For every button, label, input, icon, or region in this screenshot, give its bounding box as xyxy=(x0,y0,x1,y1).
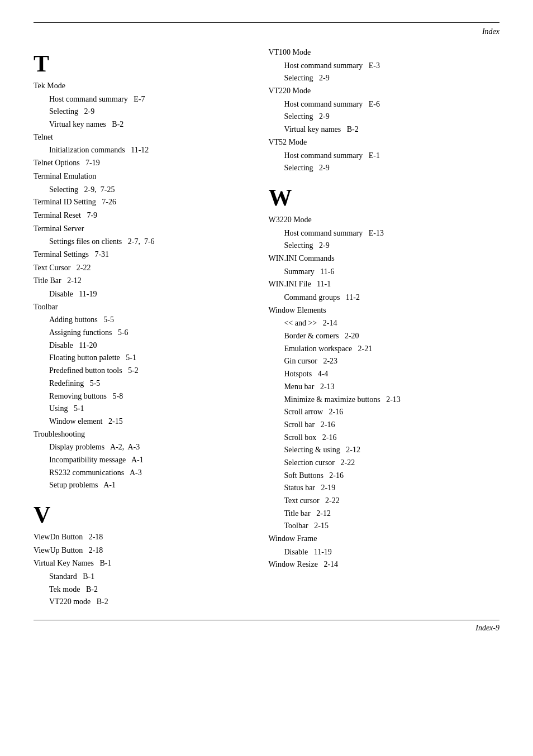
list-item: Initialization commands 11-12 xyxy=(34,144,246,156)
list-item: Text Cursor 2-22 xyxy=(34,262,246,274)
list-item: Telnet xyxy=(34,131,246,143)
list-item: Virtual key names B-2 xyxy=(268,123,499,136)
list-item: RS232 communications A-3 xyxy=(34,467,246,479)
list-item: Emulation workspace 2-21 xyxy=(268,343,499,355)
list-item: Selection cursor 2-22 xyxy=(268,457,499,469)
list-item: Adding buttons 5-5 xyxy=(34,314,246,326)
right-column: VT100 Mode Host command summary E-3 Sele… xyxy=(263,46,499,609)
list-item: Assigning functions 5-6 xyxy=(34,327,246,339)
list-item: Disable 11-19 xyxy=(34,288,246,300)
list-item: VT220 Mode xyxy=(268,85,499,97)
list-item: Terminal Reset 7-9 xyxy=(34,209,246,222)
list-item: Scroll arrow 2-16 xyxy=(268,406,499,418)
list-item: Settings files on clients 2-7, 7-6 xyxy=(34,236,246,248)
list-item: Soft Buttons 2-16 xyxy=(268,470,499,482)
list-item: Menu bar 2-13 xyxy=(268,381,499,393)
list-item: Text cursor 2-22 xyxy=(268,495,499,507)
list-item: Telnet Options 7-19 xyxy=(34,157,246,169)
list-item: ViewUp Button 2-18 xyxy=(34,544,246,557)
list-item: Title Bar 2-12 xyxy=(34,275,246,287)
list-item: Disable 11-20 xyxy=(34,339,246,352)
list-item: Window element 2-15 xyxy=(34,415,246,428)
list-item: Gin cursor 2-23 xyxy=(268,355,499,367)
left-column: T Tek Mode Host command summary E-7 Sele… xyxy=(34,46,263,609)
list-item: WIN.INI File 11-1 xyxy=(268,278,499,290)
list-item: Host command summary E-3 xyxy=(268,60,499,72)
list-item: Terminal Settings 7-31 xyxy=(34,248,246,261)
list-item: Display problems A-2, A-3 xyxy=(34,441,246,453)
section-W-letter: W xyxy=(268,186,499,209)
list-item: Predefined button tools 5-2 xyxy=(34,365,246,377)
bottom-rule xyxy=(34,620,499,620)
list-item: Tek mode B-2 xyxy=(34,583,246,596)
list-item: Terminal ID Setting 7-26 xyxy=(34,196,246,208)
list-item: Selecting 2-9 xyxy=(268,240,499,252)
list-item: Toolbar 2-15 xyxy=(268,520,499,532)
list-item: Toolbar xyxy=(34,301,246,313)
list-item: Tek Mode xyxy=(34,80,246,92)
footer-page-number: Index-9 xyxy=(475,624,499,632)
list-item: WIN.INI Commands xyxy=(268,252,499,265)
list-item: << and >> 2-14 xyxy=(268,317,499,329)
list-item: Host command summary E-13 xyxy=(268,227,499,240)
list-item: Scroll bar 2-16 xyxy=(268,419,499,431)
list-item: VT100 Mode xyxy=(268,46,499,59)
list-item: Disable 11-19 xyxy=(268,546,499,558)
list-item: Floating button palette 5-1 xyxy=(34,352,246,364)
list-item: Removing buttons 5-8 xyxy=(34,390,246,403)
list-item: W3220 Mode xyxy=(268,214,499,226)
list-item: Host command summary E-1 xyxy=(268,150,499,162)
list-item: Standard B-1 xyxy=(34,571,246,583)
list-item: Virtual Key Names B-1 xyxy=(34,557,246,570)
list-item: Title bar 2-12 xyxy=(268,508,499,520)
list-item: Host command summary E-6 xyxy=(268,98,499,111)
list-item: Selecting 2-9 xyxy=(34,106,246,118)
list-item: Selecting 2-9 xyxy=(268,162,499,174)
list-item: Status bar 2-19 xyxy=(268,482,499,494)
list-item: Terminal Emulation xyxy=(34,170,246,183)
list-item: Selecting & using 2-12 xyxy=(268,444,499,456)
top-rule xyxy=(34,22,499,23)
header-title: Index xyxy=(482,27,499,36)
list-item: Summary 11-6 xyxy=(268,266,499,278)
list-item: Window Frame xyxy=(268,533,499,545)
list-item: Selecting 2-9 xyxy=(268,72,499,84)
list-item: ViewDn Button 2-18 xyxy=(34,531,246,543)
list-item: Terminal Server xyxy=(34,223,246,235)
list-item: Window Elements xyxy=(268,304,499,317)
section-V-letter: V xyxy=(34,503,246,527)
page: Index T Tek Mode Host command summary E-… xyxy=(0,0,533,756)
list-item: Redefining 5-5 xyxy=(34,377,246,390)
page-header: Index xyxy=(34,27,499,36)
page-footer: Index-9 xyxy=(34,624,499,633)
list-item: Selecting 2-9 xyxy=(268,111,499,123)
list-item: Host command summary E-7 xyxy=(34,93,246,106)
list-item: Selecting 2-9, 7-25 xyxy=(34,184,246,196)
list-item: Virtual key names B-2 xyxy=(34,118,246,131)
list-item: Border & corners 2-20 xyxy=(268,330,499,342)
list-item: Scroll box 2-16 xyxy=(268,432,499,444)
list-item: Window Resize 2-14 xyxy=(268,558,499,571)
list-item: Using 5-1 xyxy=(34,403,246,415)
list-item: VT220 mode B-2 xyxy=(34,596,246,608)
list-item: Incompatibility message A-1 xyxy=(34,454,246,466)
list-item: Hotspots 4-4 xyxy=(268,368,499,380)
content-area: T Tek Mode Host command summary E-7 Sele… xyxy=(34,46,499,609)
section-T-letter: T xyxy=(34,52,246,75)
list-item: VT52 Mode xyxy=(268,136,499,149)
list-item: Command groups 11-2 xyxy=(268,291,499,304)
list-item: Troubleshooting xyxy=(34,428,246,441)
list-item: Setup problems A-1 xyxy=(34,479,246,491)
list-item: Minimize & maximize buttons 2-13 xyxy=(268,394,499,406)
